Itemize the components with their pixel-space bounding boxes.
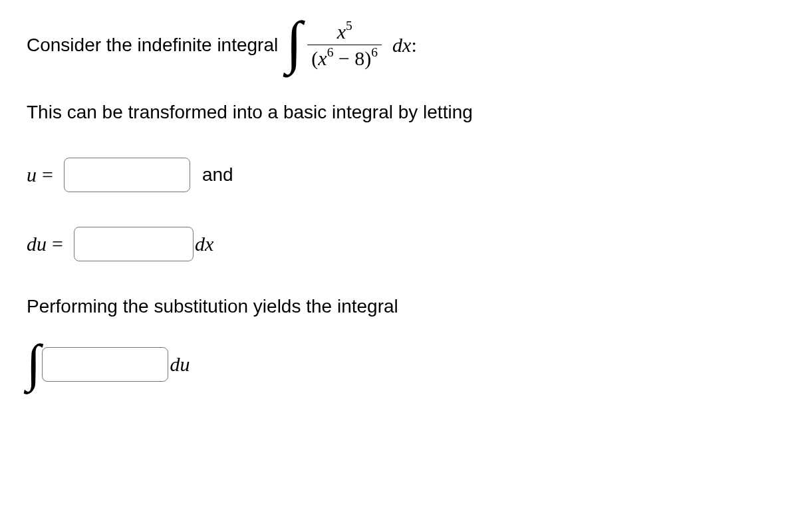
colon-text: : <box>411 34 416 56</box>
numerator: x5 <box>333 20 356 45</box>
and-text: and <box>202 164 233 186</box>
u-substitution-row: u = and <box>27 158 771 192</box>
problem-statement-line1: Consider the indefinite integral ∫ x5 (x… <box>27 20 771 70</box>
numerator-exp: 5 <box>346 19 352 33</box>
denom-exp-outer: 6 <box>371 45 378 59</box>
du-input[interactable] <box>74 227 194 261</box>
integral-symbol: ∫ <box>286 22 302 63</box>
consider-text: Consider the indefinite integral <box>27 35 278 56</box>
u-input[interactable] <box>64 158 190 192</box>
denom-close: ) <box>364 47 371 69</box>
equals-sign-u: = <box>42 164 53 186</box>
du-row: du = dx <box>27 227 771 261</box>
fraction: x5 (x6 − 8)6 <box>307 20 382 70</box>
integral-expression: ∫ x5 (x6 − 8)6 dx: <box>286 20 417 70</box>
dx-label: dx <box>195 233 213 255</box>
denom-open: ( <box>311 47 318 69</box>
dx-colon: dx: <box>392 34 417 57</box>
du-label: du <box>27 233 47 255</box>
transform-text: This can be transformed into a basic int… <box>27 102 771 123</box>
numerator-var: x <box>337 21 346 43</box>
denom-minus: − <box>333 47 354 69</box>
denom-exp-inner: 6 <box>327 45 334 59</box>
equals-sign-du: = <box>52 233 63 255</box>
denom-var: x <box>318 47 327 69</box>
final-integral-row: ∫ du <box>27 346 771 383</box>
denominator: (x6 − 8)6 <box>307 45 382 70</box>
integral-symbol-result: ∫ <box>27 345 41 382</box>
perform-text: Performing the substitution yields the i… <box>27 296 771 317</box>
dx-text: dx <box>392 34 411 56</box>
integrand-input[interactable] <box>42 347 168 382</box>
u-label: u <box>27 164 37 186</box>
denom-const: 8 <box>354 47 364 69</box>
du-result-label: du <box>170 353 190 376</box>
